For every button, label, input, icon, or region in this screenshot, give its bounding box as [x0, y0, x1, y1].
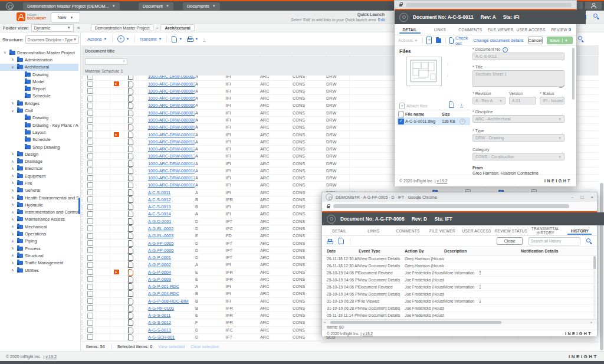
- tree-chevron-icon[interactable]: [10, 109, 15, 113]
- row-checkbox[interactable]: [86, 196, 96, 203]
- history-tab[interactable]: FILE VIEWER: [425, 227, 459, 235]
- breadcrumb-current[interactable]: Architectural: [160, 24, 194, 31]
- row-drag-handle[interactable]: [81, 219, 83, 224]
- sidebar-tree-item[interactable]: General: [0, 187, 78, 194]
- sidebar-tree-item[interactable]: Administration: [0, 56, 78, 63]
- dialog-tab[interactable]: LINKS: [425, 25, 455, 34]
- row-drag-handle[interactable]: [81, 291, 83, 296]
- row-drag-handle[interactable]: [81, 263, 83, 267]
- save-button[interactable]: Save▼: [547, 37, 573, 44]
- history-tab[interactable]: DETAIL: [322, 227, 356, 235]
- document-link[interactable]: 1000-ARC-DRW-000012: [148, 146, 195, 152]
- document-link[interactable]: 1000-ARC-DRW-000009: [148, 124, 195, 130]
- filter-title[interactable]: ▼: [85, 58, 127, 65]
- type-select[interactable]: DRW - Drawing▼: [472, 134, 564, 142]
- tree-chevron-icon[interactable]: [10, 188, 15, 193]
- file-preview-thumbnail[interactable]: [406, 57, 442, 86]
- file-download-icon[interactable]: ↓: [128, 81, 133, 87]
- title-field[interactable]: Sections Sheet 1: [472, 70, 564, 87]
- vertical-scrollbar[interactable]: [600, 183, 603, 350]
- sidebar-tree-item[interactable]: Instrumentation and Control: [0, 209, 78, 216]
- sidebar-tree-item[interactable]: Process: [0, 245, 78, 252]
- folder-view-select[interactable]: Dynamic▼: [31, 24, 74, 32]
- row-drag-handle[interactable]: [81, 176, 83, 181]
- file-checkbox[interactable]: [398, 119, 404, 124]
- row-checkbox[interactable]: [86, 247, 96, 254]
- row-drag-handle[interactable]: [81, 226, 83, 231]
- notification-icon[interactable]: ▸: [114, 132, 119, 137]
- ineight-app-icon[interactable]: [6, 2, 14, 10]
- sidebar-tree-item[interactable]: Equipment: [0, 172, 78, 179]
- sidebar-tree-item[interactable]: Mechanical: [0, 223, 78, 230]
- row-checkbox[interactable]: [86, 218, 96, 225]
- document-link[interactable]: A-G-P-004-RDC: [148, 291, 179, 296]
- tree-chevron-icon[interactable]: [10, 232, 15, 237]
- tree-chevron-icon[interactable]: [10, 181, 15, 185]
- print-button[interactable]: ▼: [187, 37, 198, 41]
- row-drag-handle[interactable]: [81, 270, 83, 274]
- document-link[interactable]: A-G-EL-0003: [148, 233, 173, 238]
- document-link[interactable]: 1000-ARC-DRW-000014: [148, 161, 195, 166]
- file-download-icon[interactable]: ↓: [128, 283, 133, 290]
- file-download-icon[interactable]: ↓: [128, 88, 133, 94]
- row-drag-handle[interactable]: [81, 81, 83, 86]
- file-download-icon[interactable]: ↓: [128, 319, 133, 326]
- transmit-menu[interactable]: Transmit▼: [140, 37, 162, 42]
- notification-icon[interactable]: ▸: [114, 270, 119, 274]
- tree-chevron-icon[interactable]: [10, 217, 15, 222]
- minimize-button[interactable]: –: [571, 195, 573, 200]
- file-download-icon[interactable]: ↓: [128, 175, 133, 181]
- view-selected-link[interactable]: View selected: [158, 344, 185, 349]
- row-checkbox[interactable]: [86, 319, 96, 326]
- sidebar-tree-item[interactable]: Piping: [0, 238, 78, 245]
- close-button[interactable]: Close: [497, 237, 523, 245]
- document-link[interactable]: 1000-ARC-DRW-000005: [148, 96, 195, 101]
- document-link[interactable]: 1000-ARC-DRW-000006: [148, 103, 195, 108]
- row-checkbox[interactable]: [86, 261, 96, 268]
- row-checkbox[interactable]: [86, 305, 96, 311]
- check-out-button[interactable]: Check out: [449, 35, 469, 46]
- sidebar-tree-item[interactable]: Shop Drawing: [0, 143, 78, 150]
- printer-icon[interactable]: [327, 239, 333, 244]
- document-link[interactable]: A-G-RF-0100: [148, 306, 174, 311]
- close-window-button[interactable]: ×: [590, 195, 593, 200]
- document-link[interactable]: A-C-S-0014: [148, 211, 171, 217]
- row-checkbox[interactable]: [86, 290, 96, 297]
- column-event-type[interactable]: Event Type: [359, 249, 405, 253]
- kebab-menu-icon[interactable]: ⋮: [478, 285, 482, 290]
- file-download-icon[interactable]: ↓: [128, 182, 133, 188]
- row-drag-handle[interactable]: [81, 190, 83, 195]
- file-download-icon[interactable]: ↓: [128, 102, 133, 109]
- file-download-icon[interactable]: ↓: [128, 132, 133, 138]
- history-row[interactable]: 31-10-19 06:28 PM File Viewed Joe Freder…: [322, 298, 597, 305]
- document-link[interactable]: 1000-ARC-DRW-000003: [148, 81, 195, 87]
- history-tab[interactable]: REVIEW STATUS: [494, 227, 528, 235]
- history-row[interactable]: 26-11-18 12:30 AM View Document Details …: [322, 263, 597, 270]
- row-checkbox[interactable]: [86, 160, 96, 166]
- move-down-icon[interactable]: ↓: [447, 72, 449, 78]
- document-link[interactable]: 1000-ARC-DRW-000010: [148, 132, 195, 137]
- documents-menu[interactable]: Documents▼: [183, 2, 220, 10]
- tree-chevron-icon[interactable]: [10, 65, 15, 70]
- document-link[interactable]: A-G-S-0011: [148, 313, 170, 318]
- structure-select[interactable]: Document Discipline › Type▼: [25, 35, 79, 44]
- form-scrollbar[interactable]: [572, 48, 575, 100]
- row-checkbox[interactable]: [86, 153, 96, 159]
- row-drag-handle[interactable]: [81, 88, 83, 93]
- tree-chevron-icon[interactable]: [10, 261, 15, 265]
- tree-chevron-icon[interactable]: [2, 50, 8, 55]
- sidebar-tree-item[interactable]: Maintenance Access: [0, 216, 78, 223]
- tree-chevron-icon[interactable]: [10, 101, 15, 106]
- history-row[interactable]: 31-10-19 06:28 PM View Document Details …: [322, 305, 597, 312]
- file-download-icon[interactable]: ↓: [128, 254, 133, 261]
- row-checkbox[interactable]: [86, 88, 96, 94]
- file-download-icon[interactable]: ↓: [128, 153, 133, 159]
- folder-icon[interactable]: [436, 38, 441, 43]
- sidebar-tree-item[interactable]: Hydraulic: [0, 201, 78, 208]
- row-checkbox[interactable]: [86, 312, 96, 319]
- tree-chevron-icon[interactable]: [10, 57, 15, 62]
- column-action-by[interactable]: Action By: [405, 249, 444, 253]
- history-row[interactable]: 28-10-19 04:06 PM Document Revised Joe F…: [322, 270, 597, 277]
- row-drag-handle[interactable]: [81, 154, 83, 159]
- document-link[interactable]: A-G-P-0001: [148, 255, 171, 260]
